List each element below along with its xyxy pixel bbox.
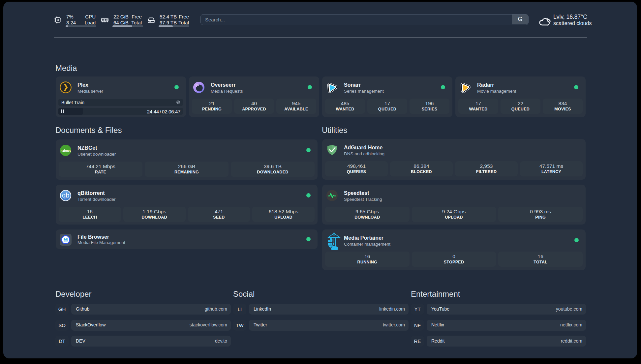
- svg-text:nzbget: nzbget: [61, 149, 71, 152]
- svg-text:qb: qb: [62, 192, 69, 199]
